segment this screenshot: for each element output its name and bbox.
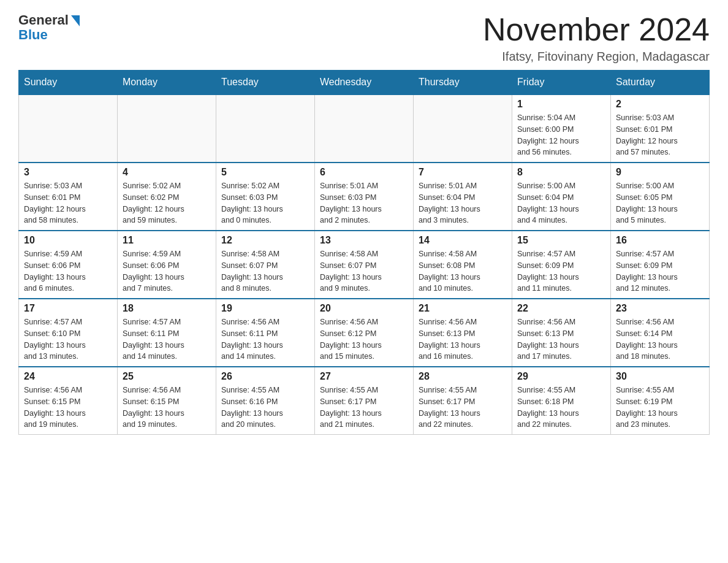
calendar-cell: 26Sunrise: 4:55 AMSunset: 6:16 PMDayligh…: [216, 367, 315, 435]
calendar-cell: 27Sunrise: 4:55 AMSunset: 6:17 PMDayligh…: [315, 367, 414, 435]
header: General Blue November 2024 Ifatsy, Fitov…: [18, 12, 710, 64]
day-number: 27: [320, 371, 408, 382]
day-info: Sunrise: 4:57 AMSunset: 6:10 PMDaylight:…: [24, 316, 112, 362]
calendar-cell: 24Sunrise: 4:56 AMSunset: 6:15 PMDayligh…: [19, 367, 118, 435]
day-info: Sunrise: 4:56 AMSunset: 6:15 PMDaylight:…: [24, 385, 112, 431]
day-info: Sunrise: 4:56 AMSunset: 6:11 PMDaylight:…: [221, 316, 309, 362]
day-info: Sunrise: 4:55 AMSunset: 6:18 PMDaylight:…: [517, 385, 605, 431]
day-number: 15: [517, 235, 605, 246]
day-number: 29: [517, 371, 605, 382]
calendar-cell: [118, 94, 216, 163]
day-number: 13: [320, 235, 408, 246]
calendar-cell: 2Sunrise: 5:03 AMSunset: 6:01 PMDaylight…: [611, 94, 710, 163]
calendar-cell: 25Sunrise: 4:56 AMSunset: 6:15 PMDayligh…: [118, 367, 216, 435]
day-number: 22: [517, 303, 605, 314]
day-info: Sunrise: 5:00 AMSunset: 6:05 PMDaylight:…: [616, 180, 704, 226]
logo-general: General: [18, 12, 69, 28]
calendar-cell: 1Sunrise: 5:04 AMSunset: 6:00 PMDaylight…: [512, 94, 611, 163]
calendar-cell: [414, 94, 512, 163]
day-number: 6: [320, 167, 408, 178]
day-number: 26: [221, 371, 309, 382]
calendar-cell: 20Sunrise: 4:56 AMSunset: 6:12 PMDayligh…: [315, 299, 414, 367]
calendar-cell: 28Sunrise: 4:55 AMSunset: 6:17 PMDayligh…: [414, 367, 512, 435]
day-number: 9: [616, 167, 704, 178]
weekday-header-tuesday: Tuesday: [216, 71, 315, 95]
weekday-header-friday: Friday: [512, 71, 611, 95]
logo-general-text: General: [18, 12, 80, 28]
day-info: Sunrise: 4:57 AMSunset: 6:09 PMDaylight:…: [616, 248, 704, 294]
day-info: Sunrise: 4:55 AMSunset: 6:19 PMDaylight:…: [616, 385, 704, 431]
weekday-header-thursday: Thursday: [414, 71, 512, 95]
day-info: Sunrise: 5:00 AMSunset: 6:04 PMDaylight:…: [517, 180, 605, 226]
calendar-cell: 5Sunrise: 5:02 AMSunset: 6:03 PMDaylight…: [216, 163, 315, 231]
calendar-cell: [216, 94, 315, 163]
day-number: 7: [419, 167, 507, 178]
day-number: 8: [517, 167, 605, 178]
day-info: Sunrise: 4:59 AMSunset: 6:06 PMDaylight:…: [123, 248, 211, 294]
calendar-cell: 7Sunrise: 5:01 AMSunset: 6:04 PMDaylight…: [414, 163, 512, 231]
calendar-cell: 16Sunrise: 4:57 AMSunset: 6:09 PMDayligh…: [611, 231, 710, 299]
day-number: 4: [123, 167, 211, 178]
day-info: Sunrise: 4:55 AMSunset: 6:16 PMDaylight:…: [221, 385, 309, 431]
calendar-cell: 3Sunrise: 5:03 AMSunset: 6:01 PMDaylight…: [19, 163, 118, 231]
day-number: 5: [221, 167, 309, 178]
day-number: 3: [24, 167, 112, 178]
subtitle: Ifatsy, Fitovinany Region, Madagascar: [483, 50, 710, 64]
day-number: 11: [123, 235, 211, 246]
day-info: Sunrise: 4:56 AMSunset: 6:15 PMDaylight:…: [123, 385, 211, 431]
calendar-cell: 17Sunrise: 4:57 AMSunset: 6:10 PMDayligh…: [19, 299, 118, 367]
calendar-cell: 30Sunrise: 4:55 AMSunset: 6:19 PMDayligh…: [611, 367, 710, 435]
day-info: Sunrise: 5:03 AMSunset: 6:01 PMDaylight:…: [24, 180, 112, 226]
calendar-cell: 9Sunrise: 5:00 AMSunset: 6:05 PMDaylight…: [611, 163, 710, 231]
weekday-header-saturday: Saturday: [611, 71, 710, 95]
main-title: November 2024: [483, 12, 710, 47]
day-info: Sunrise: 4:57 AMSunset: 6:09 PMDaylight:…: [517, 248, 605, 294]
day-info: Sunrise: 4:55 AMSunset: 6:17 PMDaylight:…: [320, 385, 408, 431]
logo-blue: Blue: [18, 27, 48, 43]
day-info: Sunrise: 4:56 AMSunset: 6:13 PMDaylight:…: [517, 316, 605, 362]
day-info: Sunrise: 4:58 AMSunset: 6:07 PMDaylight:…: [221, 248, 309, 294]
day-number: 16: [616, 235, 704, 246]
day-info: Sunrise: 5:02 AMSunset: 6:02 PMDaylight:…: [123, 180, 211, 226]
day-number: 1: [517, 99, 605, 110]
calendar: SundayMondayTuesdayWednesdayThursdayFrid…: [18, 70, 710, 435]
calendar-cell: [315, 94, 414, 163]
calendar-cell: 22Sunrise: 4:56 AMSunset: 6:13 PMDayligh…: [512, 299, 611, 367]
day-number: 20: [320, 303, 408, 314]
day-number: 30: [616, 371, 704, 382]
day-info: Sunrise: 4:58 AMSunset: 6:08 PMDaylight:…: [419, 248, 507, 294]
day-info: Sunrise: 5:01 AMSunset: 6:03 PMDaylight:…: [320, 180, 408, 226]
day-info: Sunrise: 4:57 AMSunset: 6:11 PMDaylight:…: [123, 316, 211, 362]
day-number: 17: [24, 303, 112, 314]
calendar-cell: 29Sunrise: 4:55 AMSunset: 6:18 PMDayligh…: [512, 367, 611, 435]
calendar-cell: 10Sunrise: 4:59 AMSunset: 6:06 PMDayligh…: [19, 231, 118, 299]
day-info: Sunrise: 5:02 AMSunset: 6:03 PMDaylight:…: [221, 180, 309, 226]
day-info: Sunrise: 4:56 AMSunset: 6:13 PMDaylight:…: [419, 316, 507, 362]
day-number: 25: [123, 371, 211, 382]
day-number: 14: [419, 235, 507, 246]
calendar-cell: 12Sunrise: 4:58 AMSunset: 6:07 PMDayligh…: [216, 231, 315, 299]
day-number: 18: [123, 303, 211, 314]
calendar-cell: 23Sunrise: 4:56 AMSunset: 6:14 PMDayligh…: [611, 299, 710, 367]
day-info: Sunrise: 4:58 AMSunset: 6:07 PMDaylight:…: [320, 248, 408, 294]
day-number: 10: [24, 235, 112, 246]
weekday-header-wednesday: Wednesday: [315, 71, 414, 95]
calendar-cell: 18Sunrise: 4:57 AMSunset: 6:11 PMDayligh…: [118, 299, 216, 367]
title-section: November 2024 Ifatsy, Fitovinany Region,…: [483, 12, 710, 64]
day-number: 28: [419, 371, 507, 382]
day-info: Sunrise: 5:04 AMSunset: 6:00 PMDaylight:…: [517, 112, 605, 158]
day-info: Sunrise: 5:03 AMSunset: 6:01 PMDaylight:…: [616, 112, 704, 158]
day-info: Sunrise: 4:56 AMSunset: 6:14 PMDaylight:…: [616, 316, 704, 362]
calendar-cell: 13Sunrise: 4:58 AMSunset: 6:07 PMDayligh…: [315, 231, 414, 299]
calendar-cell: 11Sunrise: 4:59 AMSunset: 6:06 PMDayligh…: [118, 231, 216, 299]
calendar-cell: 19Sunrise: 4:56 AMSunset: 6:11 PMDayligh…: [216, 299, 315, 367]
day-number: 19: [221, 303, 309, 314]
day-number: 2: [616, 99, 704, 110]
day-number: 23: [616, 303, 704, 314]
calendar-cell: 4Sunrise: 5:02 AMSunset: 6:02 PMDaylight…: [118, 163, 216, 231]
calendar-cell: 15Sunrise: 4:57 AMSunset: 6:09 PMDayligh…: [512, 231, 611, 299]
weekday-header-monday: Monday: [118, 71, 216, 95]
day-number: 21: [419, 303, 507, 314]
weekday-header-sunday: Sunday: [19, 71, 118, 95]
logo-arrow-icon: [71, 15, 80, 26]
